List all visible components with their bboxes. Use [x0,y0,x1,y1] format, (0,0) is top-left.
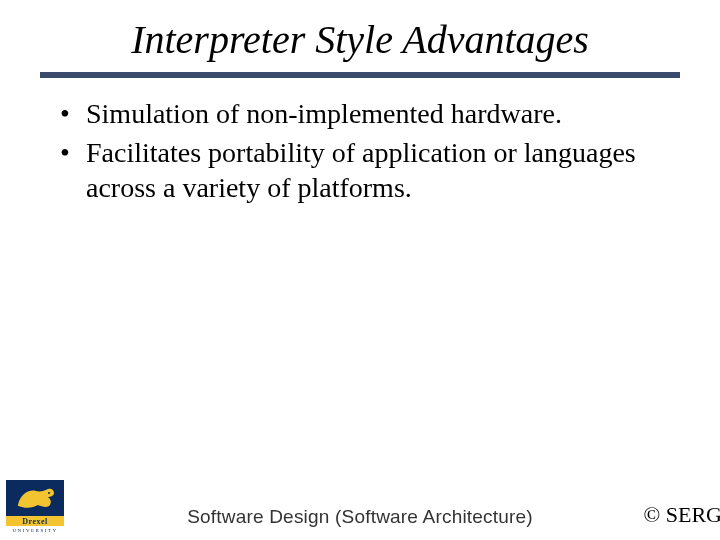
slide: Interpreter Style Advantages Simulation … [0,0,720,540]
footer: Drexel UNIVERSITY Software Design (Softw… [0,480,720,534]
bullet-list: Simulation of non-implemented hardware. … [60,96,660,205]
list-item: Simulation of non-implemented hardware. [60,96,660,131]
footer-center-text: Software Design (Software Architecture) [0,506,720,528]
list-item: Facilitates portability of application o… [60,135,660,205]
title-block: Interpreter Style Advantages [0,0,720,62]
footer-copyright: © SERG [644,502,720,528]
slide-title: Interpreter Style Advantages [40,18,680,62]
svg-point-0 [48,492,50,494]
body-content: Simulation of non-implemented hardware. … [0,78,720,205]
